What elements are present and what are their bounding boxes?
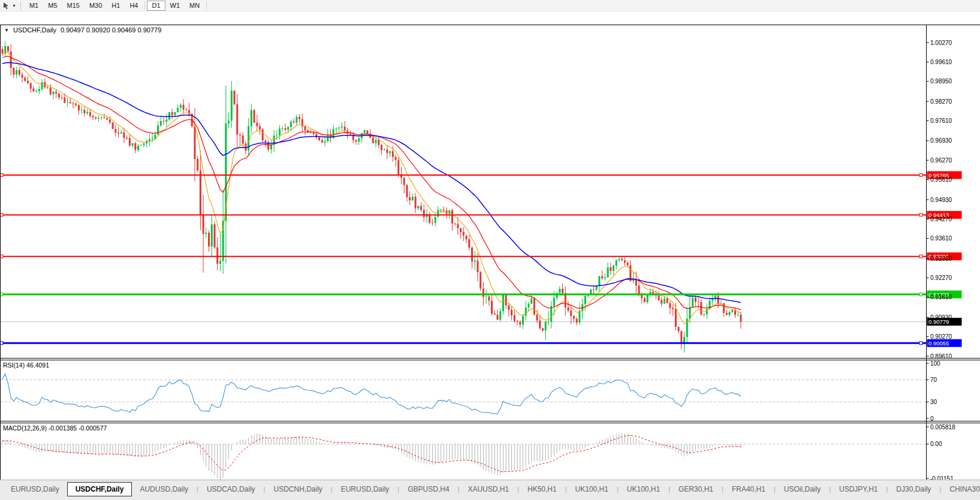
chart-tab-eurusd-daily[interactable]: EURUSD,Daily xyxy=(333,483,397,496)
chart-tab-dj30-daily[interactable]: DJ30,Daily xyxy=(888,483,939,496)
chart-symbol-label: USDCHF,Daily xyxy=(13,26,56,34)
svg-text:0.92930: 0.92930 xyxy=(930,255,952,262)
chart-tab-usdcnh-daily[interactable]: USDCNH,Daily xyxy=(266,483,330,496)
svg-text:1.00270: 1.00270 xyxy=(930,40,952,46)
svg-text:0.98950: 0.98950 xyxy=(930,78,952,85)
timeframe-buttons: M1M5M15M30H1H4D1W1MN xyxy=(25,1,209,11)
svg-text:0.96930: 0.96930 xyxy=(930,137,952,144)
chart-tab-uk100-h1[interactable]: UK100,H1 xyxy=(568,483,616,496)
chart-window[interactable]: 100703000.0058180.00-0.011510.957650.944… xyxy=(0,11,980,480)
chart-tab-usdjpy-h1[interactable]: USDJPY,H1 xyxy=(831,483,885,496)
svg-text:0.92270: 0.92270 xyxy=(930,275,952,281)
svg-text:0.93610: 0.93610 xyxy=(930,235,952,242)
svg-text:0.00: 0.00 xyxy=(930,441,942,447)
rsi-indicator-label: RSI(14) 46.4091 xyxy=(3,362,49,369)
svg-text:0.99610: 0.99610 xyxy=(930,59,952,65)
svg-text:70: 70 xyxy=(930,376,937,383)
toolbar-grip[interactable] xyxy=(20,2,21,10)
chart-canvas[interactable]: 100703000.0058180.00-0.011510.957650.944… xyxy=(0,25,980,493)
timeframe-button-m15[interactable]: M15 xyxy=(62,1,85,11)
svg-text:0: 0 xyxy=(930,415,934,422)
rsi-pane[interactable]: 10070300 xyxy=(1,360,940,422)
chevron-down-icon: ▼ xyxy=(12,4,16,8)
chart-tab-fra40-h1[interactable]: FRA40,H1 xyxy=(724,483,773,496)
macd-indicator-label: MACD(12,26,9) -0.001385 -0.000577 xyxy=(3,424,107,432)
svg-text:0.005818: 0.005818 xyxy=(930,424,955,430)
timeframe-button-m1[interactable]: M1 xyxy=(25,1,43,11)
chart-tab-usoil-daily[interactable]: USOil,Daily xyxy=(776,483,828,496)
svg-text:0.90270: 0.90270 xyxy=(930,333,952,340)
chart-cursor-icon xyxy=(2,2,10,10)
chart-cursor-dropdown[interactable]: ▼ xyxy=(1,1,18,11)
chart-tab-xauusd-h1[interactable]: XAUUSD,H1 xyxy=(460,483,517,496)
timeframe-button-m5[interactable]: M5 xyxy=(43,1,62,11)
svg-text:100: 100 xyxy=(930,360,940,367)
svg-text:0.95610: 0.95610 xyxy=(930,176,952,183)
chart-tab-ger30-h1[interactable]: GER30,H1 xyxy=(671,483,721,496)
chart-tab-usdcad-daily[interactable]: USDCAD,Daily xyxy=(199,483,263,496)
timeframe-button-mn[interactable]: MN xyxy=(185,1,204,11)
svg-text:0.90930: 0.90930 xyxy=(930,314,952,321)
svg-text:0.90055: 0.90055 xyxy=(928,340,949,347)
timeframe-button-m30[interactable]: M30 xyxy=(85,1,107,11)
timeframe-toolbar: ▼ M1M5M15M30H1H4D1W1MN xyxy=(0,0,980,11)
toolbar-separator xyxy=(144,2,145,10)
svg-text:0.91610: 0.91610 xyxy=(930,294,952,300)
timeframe-button-h4[interactable]: H4 xyxy=(125,1,143,11)
svg-text:0.96270: 0.96270 xyxy=(930,157,952,164)
chart-tabs: EURUSD,DailyUSDCHF,DailyAUDUSD,Daily|USD… xyxy=(3,482,980,496)
chart-title: ▼ USDCHF,Daily 0.90497 0.90920 0.90469 0… xyxy=(4,26,161,34)
price-pane[interactable] xyxy=(0,41,927,353)
svg-text:0.98270: 0.98270 xyxy=(930,98,952,105)
macd-pane[interactable]: 0.0058180.00-0.01151 xyxy=(1,424,955,482)
chart-tab-gbpusd-h4[interactable]: GBPUSD,H4 xyxy=(400,483,457,496)
chart-tab-china300-h1[interactable]: CHINA300,H1 xyxy=(942,483,980,496)
svg-text:0.97610: 0.97610 xyxy=(930,118,952,124)
svg-text:0.94930: 0.94930 xyxy=(930,197,952,203)
chart-ohlc-values: 0.90497 0.90920 0.90469 0.90779 xyxy=(61,26,161,34)
chart-tab-audusd-daily[interactable]: AUDUSD,Daily xyxy=(132,483,196,496)
chart-tab-usdchf-daily[interactable]: USDCHF,Daily xyxy=(67,482,132,496)
timeframe-button-h1[interactable]: H1 xyxy=(107,1,125,11)
svg-text:30: 30 xyxy=(930,399,937,405)
chart-tab-uk100-h1[interactable]: UK100,H1 xyxy=(619,483,668,496)
price-axis[interactable]: 0.957650.944130.930010.917090.900550.907… xyxy=(927,40,962,360)
window-menu-icon[interactable]: ▼ xyxy=(4,28,9,33)
toolbar-separator xyxy=(206,2,207,10)
timeframe-button-d1[interactable]: D1 xyxy=(147,1,165,11)
svg-text:0.94270: 0.94270 xyxy=(930,216,952,222)
chart-tab-hk50-h1[interactable]: HK50,H1 xyxy=(520,483,565,496)
timeframe-button-w1[interactable]: W1 xyxy=(165,1,185,11)
chart-tab-eurusd-daily[interactable]: EURUSD,Daily xyxy=(3,483,67,496)
chart-tab-bar: EURUSD,DailyUSDCHF,DailyAUDUSD,Daily|USD… xyxy=(0,480,980,500)
